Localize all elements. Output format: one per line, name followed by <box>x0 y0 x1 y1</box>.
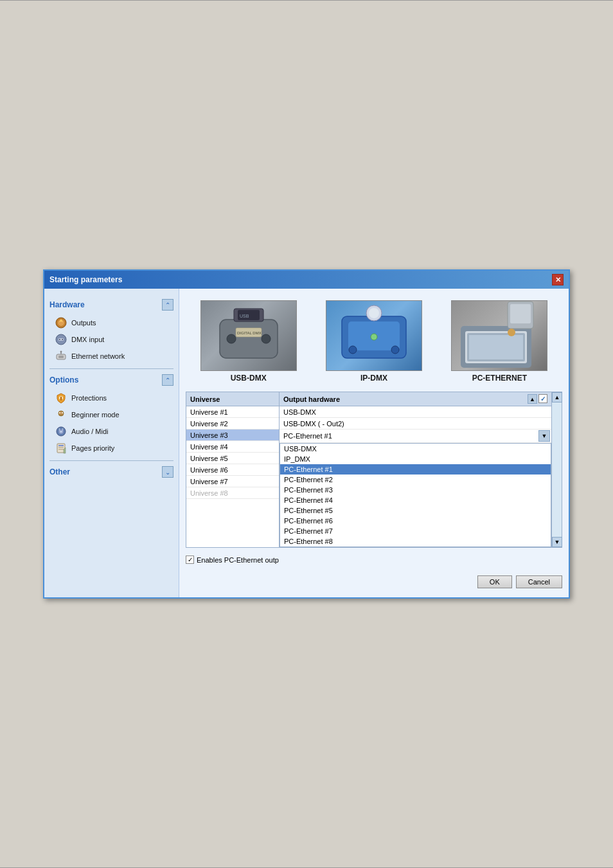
output-row-2[interactable]: USB-DMX ( - Out2) <box>280 418 551 429</box>
sidebar-item-ethernet[interactable]: Ethernet network <box>49 348 173 365</box>
ip-dmx-item[interactable]: IP-DMX <box>326 300 422 383</box>
hardware-collapse-button[interactable]: ⌃ <box>162 299 173 311</box>
universe-row-4[interactable]: Universe #4 <box>186 441 279 453</box>
dmx-input-label: DMX input <box>71 336 104 343</box>
sidebar-item-audio-midi[interactable]: Audio / Midi <box>49 423 173 440</box>
scrollbar-down-button[interactable]: ▼ <box>552 537 562 547</box>
audio-midi-icon <box>55 425 67 438</box>
options-collapse-button[interactable]: ⌃ <box>162 374 173 386</box>
starting-parameters-dialog: Starting parameters ✕ Hardware ⌃ <box>43 269 570 599</box>
pc-ethernet-label: PC-ETHERNET <box>472 374 527 383</box>
universe-row-1[interactable]: Universe #1 <box>186 406 279 418</box>
scroll-arrows: ▲ ✓ <box>528 394 547 404</box>
dropdown-option-pc4[interactable]: PC-Ethernet #4 <box>280 495 551 505</box>
check-mark-icon: ✓ <box>538 394 547 403</box>
hardware-images-row: USB DIGITAL DMX USB-DMX <box>186 295 562 385</box>
svg-text:DIGITAL DMX: DIGITAL DMX <box>237 331 262 335</box>
divider-1 <box>49 368 173 369</box>
ok-button[interactable]: OK <box>477 575 512 588</box>
options-section-title: Options <box>49 375 78 384</box>
hardware-section-header: Hardware ⌃ <box>49 299 173 311</box>
outputs-icon <box>55 316 67 329</box>
dropdown-option-pc2[interactable]: PC-Ethernet #2 <box>280 475 551 485</box>
ip-dmx-image <box>326 300 422 371</box>
svg-rect-20 <box>58 447 64 448</box>
dropdown-option-pc5[interactable]: PC-Ethernet #5 <box>280 505 551 516</box>
right-scrollbar: ▲ ▼ <box>551 392 562 547</box>
scrollbar-track[interactable] <box>552 402 562 537</box>
beginner-mode-label: Beginner mode <box>71 411 120 419</box>
svg-point-36 <box>371 334 377 340</box>
svg-point-27 <box>262 334 271 343</box>
dropdown-option-pc8[interactable]: PC-Ethernet #8 <box>280 536 551 547</box>
usb-dmx-label: USB-DMX <box>231 374 267 383</box>
outputs-label: Outputs <box>71 319 96 327</box>
universe-col-header: Universe <box>186 392 279 406</box>
universe-row-2[interactable]: Universe #2 <box>186 418 279 429</box>
svg-point-43 <box>508 329 515 336</box>
sidebar-item-dmx-input[interactable]: DMX input <box>49 331 173 348</box>
dialog-title: Starting parameters <box>49 275 122 284</box>
dialog-body: Hardware ⌃ Outputs <box>44 289 569 597</box>
protections-icon <box>55 392 67 404</box>
options-section-header: Options ⌃ <box>49 374 173 386</box>
enables-pc-ethernet-label: Enables PC-Ethernet outp <box>197 556 279 564</box>
other-section-header: Other ⌄ <box>49 466 173 478</box>
universe-column: Universe Universe #1 Universe #2 Univers… <box>186 392 280 547</box>
usb-dmx-item[interactable]: USB DIGITAL DMX USB-DMX <box>200 300 297 383</box>
sidebar-item-beginner-mode[interactable]: Beginner mode <box>49 406 173 423</box>
output-dropdown-expanded: USB-DMX IP_DMX PC-Ethernet #1 PC-Etherne… <box>280 443 551 547</box>
sidebar-item-pages-priority[interactable]: Pages priority <box>49 440 173 457</box>
pages-priority-label: Pages priority <box>71 444 114 452</box>
output-row-3-dropdown[interactable]: PC-Ethernet #1 ▼ <box>280 429 551 443</box>
enables-pc-ethernet-checkbox[interactable]: ✓ <box>186 556 194 564</box>
ethernet-label: Ethernet network <box>71 352 125 360</box>
svg-point-4 <box>62 339 63 340</box>
cancel-button[interactable]: Cancel <box>516 575 562 588</box>
universe-output-table: Universe Universe #1 Universe #2 Univers… <box>186 392 562 548</box>
dropdown-option-ip-dmx[interactable]: IP_DMX <box>280 454 551 464</box>
usb-dmx-image: USB DIGITAL DMX <box>200 300 297 371</box>
dropdown-option-pc6[interactable]: PC-Ethernet #6 <box>280 516 551 526</box>
dropdown-option-pc7[interactable]: PC-Ethernet #7 <box>280 526 551 536</box>
svg-rect-19 <box>58 445 64 446</box>
sidebar-item-outputs[interactable]: Outputs <box>49 314 173 331</box>
dropdown-option-pc1[interactable]: PC-Ethernet #1 <box>280 464 551 475</box>
dmx-input-icon <box>55 333 67 346</box>
svg-point-33 <box>369 308 379 318</box>
universe-row-6[interactable]: Universe #6 <box>186 464 279 476</box>
universe-row-3[interactable]: Universe #3 <box>186 429 279 441</box>
pc-ethernet-checkbox-row: ✓ Enables PC-Ethernet outp <box>186 553 562 566</box>
svg-rect-10 <box>60 398 62 401</box>
svg-point-11 <box>60 397 62 399</box>
universe-row-7[interactable]: Universe #7 <box>186 476 279 487</box>
audio-midi-label: Audio / Midi <box>71 428 108 435</box>
ethernet-icon <box>55 350 67 363</box>
svg-rect-40 <box>469 335 523 359</box>
protections-label: Protections <box>71 394 107 402</box>
universe-row-8[interactable]: Universe #8 <box>186 487 279 499</box>
svg-point-13 <box>59 412 60 413</box>
svg-point-8 <box>60 351 62 353</box>
dialog-close-button[interactable]: ✕ <box>552 274 564 285</box>
svg-point-26 <box>227 334 236 343</box>
content-area: USB DIGITAL DMX USB-DMX <box>179 289 569 597</box>
button-row: OK Cancel <box>186 572 562 590</box>
scroll-up-arrow[interactable]: ▲ <box>528 394 537 404</box>
page-wrapper: Starting parameters ✕ Hardware ⌃ <box>0 0 613 868</box>
output-column: Output hardware ▲ ✓ USB-DMX USB- <box>280 392 551 547</box>
pc-ethernet-item[interactable]: PC-ETHERNET <box>451 300 547 383</box>
svg-point-35 <box>391 346 399 354</box>
other-collapse-button[interactable]: ⌄ <box>162 466 173 478</box>
dropdown-option-pc3[interactable]: PC-Ethernet #3 <box>280 485 551 495</box>
universe-row-5[interactable]: Universe #5 <box>186 453 279 464</box>
scrollbar-up-button[interactable]: ▲ <box>552 392 562 402</box>
svg-rect-6 <box>58 356 64 358</box>
output-row-1[interactable]: USB-DMX <box>280 406 551 418</box>
pc-ethernet-image <box>451 300 547 371</box>
sidebar-item-protections[interactable]: Protections <box>49 390 173 406</box>
dropdown-option-usb-dmx[interactable]: USB-DMX <box>280 444 551 454</box>
output-col-header: Output hardware ▲ ✓ <box>280 392 551 406</box>
dropdown-arrow-3[interactable]: ▼ <box>538 430 550 442</box>
divider-2 <box>49 460 173 461</box>
